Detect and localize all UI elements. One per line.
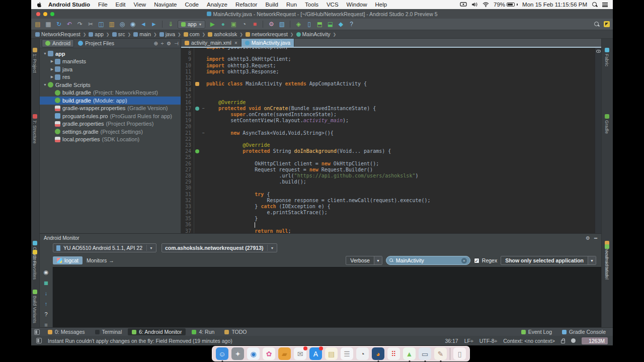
- scroll-to-end-icon[interactable]: ↓: [45, 290, 48, 296]
- fold-marker-icon[interactable]: −: [201, 130, 206, 136]
- log-level-selector[interactable]: Verbose▼: [346, 256, 382, 265]
- project-view-tab-android[interactable]: Android: [42, 39, 74, 47]
- strip-7-structure[interactable]: 7: Structure: [32, 114, 37, 144]
- collapse-all-icon[interactable]: ÷: [161, 41, 164, 46]
- settings-gear-icon[interactable]: ⚙: [167, 41, 171, 46]
- crumb-src[interactable]: src: [111, 31, 126, 37]
- redo-icon[interactable]: ↷: [76, 21, 84, 27]
- spotlight-icon[interactable]: [592, 2, 598, 8]
- undo-icon[interactable]: ↶: [66, 21, 73, 27]
- dock-app-store[interactable]: A: [309, 347, 322, 360]
- notification-icon[interactable]: [604, 21, 610, 27]
- notification-center-icon[interactable]: [602, 3, 608, 7]
- close-tab-icon[interactable]: ×: [234, 40, 237, 46]
- dock-finder[interactable]: ☺: [216, 347, 228, 360]
- menu-analyze[interactable]: Analyze: [203, 2, 231, 8]
- editor-tab-activity-main-xml[interactable]: activity_main.xml×: [181, 39, 242, 47]
- tab-monitors[interactable]: Monitors→: [83, 256, 118, 264]
- crumb-com[interactable]: com: [183, 31, 201, 37]
- display-icon[interactable]: [460, 2, 467, 7]
- expand-icon[interactable]: ⊕: [153, 41, 157, 46]
- menu-run[interactable]: Run: [282, 2, 301, 8]
- chevron-expanded-icon[interactable]: ▼: [43, 52, 47, 55]
- tree-item-settings-gradle-project-settings[interactable]: settings.gradle (Project Settings): [40, 128, 181, 136]
- statusbar-switcher-icon[interactable]: [36, 338, 42, 343]
- avd-manager-icon[interactable]: ▯: [305, 21, 312, 27]
- device-selector[interactable]: YU AO5510 Android 5.1.1, API 22 ▼: [53, 243, 156, 252]
- tree-item-build-gradle-module-app[interactable]: build.gradle (Module: app): [40, 97, 181, 105]
- inspections-eye-icon[interactable]: [596, 50, 601, 53]
- lock-icon[interactable]: [561, 340, 565, 343]
- find-icon[interactable]: ◎: [119, 21, 126, 27]
- strip-build-variants[interactable]: Build Variants: [32, 290, 37, 323]
- tree-item-build-gradle-project-networkrequest[interactable]: build.gradle (Project: NetworkRequest): [40, 89, 181, 97]
- strip-1-project[interactable]: 1: Project: [32, 48, 37, 73]
- strip-fabric[interactable]: Fabric: [604, 48, 609, 66]
- menu-code[interactable]: Code: [181, 2, 203, 8]
- gradle-sync-icon[interactable]: ◈: [295, 21, 302, 27]
- process-selector[interactable]: com.ashokslsk.networkrequest (27913) ▼: [162, 243, 277, 252]
- strip-2-favorites[interactable]: 2: Favorites: [32, 250, 37, 280]
- dock-activity-monitor[interactable]: ◔: [356, 347, 369, 360]
- crumb-mainactivity[interactable]: MainActivity: [295, 31, 332, 37]
- open-icon[interactable]: ▤: [34, 21, 41, 27]
- paste-icon[interactable]: ▥: [108, 21, 115, 27]
- menu-view[interactable]: View: [129, 2, 150, 8]
- forward-icon[interactable]: ►: [150, 21, 157, 27]
- logcat-search-input[interactable]: MainActivity ×: [386, 256, 470, 265]
- tab-event-log[interactable]: Event Log: [517, 328, 556, 335]
- logcat-output[interactable]: [53, 267, 601, 327]
- regex-checkbox[interactable]: ✓Regex: [474, 257, 497, 263]
- dock-app-grid[interactable]: ⠿: [387, 347, 400, 360]
- coverage-icon[interactable]: ▣: [230, 21, 237, 27]
- fabric-icon[interactable]: ◆: [337, 21, 344, 27]
- dock-firefox[interactable]: ◕: [372, 347, 384, 360]
- back-icon[interactable]: ◄: [140, 21, 147, 27]
- code-area[interactable]: 7import java.io.IOException;89import okh…: [181, 48, 595, 233]
- dock-mail[interactable]: ✉: [294, 347, 306, 360]
- tree-item-gradle-properties-project-properties[interactable]: gradle.properties (Project Properties): [40, 120, 181, 128]
- strip-android-model[interactable]: Android Model: [604, 244, 609, 280]
- search-everywhere-icon[interactable]: [594, 21, 600, 27]
- dock-folder[interactable]: ▰: [278, 347, 291, 360]
- device-monitor-icon[interactable]: ⬓: [327, 21, 334, 27]
- tree-item-local-properties-sdk-location[interactable]: local.properties (SDK Location): [40, 136, 181, 144]
- editor-tab-mainactivity-java[interactable]: MainActivity.java: [242, 39, 294, 47]
- screenshot-icon[interactable]: ◉: [44, 269, 49, 275]
- menu-window[interactable]: Window: [343, 2, 371, 8]
- chevron-expanded-icon[interactable]: ▼: [43, 83, 47, 86]
- dock-notes[interactable]: ▤: [325, 347, 338, 360]
- menu-vcs[interactable]: VCS: [323, 2, 343, 8]
- menu-tools[interactable]: Tools: [301, 2, 323, 8]
- profile-icon[interactable]: ◔: [240, 21, 248, 27]
- crumb-java[interactable]: java: [158, 31, 176, 37]
- hide-panel-icon[interactable]: ⊣: [174, 41, 179, 46]
- menu-edit[interactable]: Edit: [112, 2, 130, 8]
- memory-indicator[interactable]: 1263M: [582, 337, 608, 344]
- run-icon[interactable]: ▶: [209, 21, 216, 27]
- chevron-collapsed-icon[interactable]: ▶: [50, 75, 54, 79]
- crumb-networkrequest[interactable]: NetworkRequest: [34, 31, 82, 37]
- menu-build[interactable]: Build: [261, 2, 282, 8]
- chevron-collapsed-icon[interactable]: ▶: [50, 59, 54, 63]
- dock-text-editor[interactable]: ✎: [434, 347, 447, 360]
- screen-record-icon[interactable]: ◼: [44, 280, 48, 286]
- class-marker-icon[interactable]: [195, 82, 199, 86]
- tab-android-monitor[interactable]: 6: Android Monitor: [128, 328, 186, 335]
- copy-icon[interactable]: ◫: [98, 21, 105, 27]
- battery-indicator[interactable]: 79%: [494, 2, 518, 8]
- volume-icon[interactable]: [471, 2, 478, 7]
- override-marker-icon[interactable]: [195, 107, 199, 111]
- encoding-widget[interactable]: UTF-8÷: [479, 338, 498, 344]
- cut-icon[interactable]: ✂: [87, 21, 94, 27]
- chevron-collapsed-icon[interactable]: ▶: [50, 67, 54, 71]
- tree-item-manifests[interactable]: ▶manifests: [40, 58, 181, 66]
- tree-item-app[interactable]: ▼app: [40, 50, 181, 58]
- menu-android-studio[interactable]: Android Studio: [44, 2, 94, 8]
- tab-terminal[interactable]: Terminal: [91, 328, 126, 335]
- menu-navigate[interactable]: Navigate: [150, 2, 181, 8]
- tab-logcat[interactable]: logcat: [53, 256, 83, 264]
- sdk-manager-icon[interactable]: ⬒: [316, 21, 323, 27]
- hector-inspector-icon[interactable]: [571, 338, 576, 343]
- replace-icon[interactable]: ◉: [129, 21, 136, 27]
